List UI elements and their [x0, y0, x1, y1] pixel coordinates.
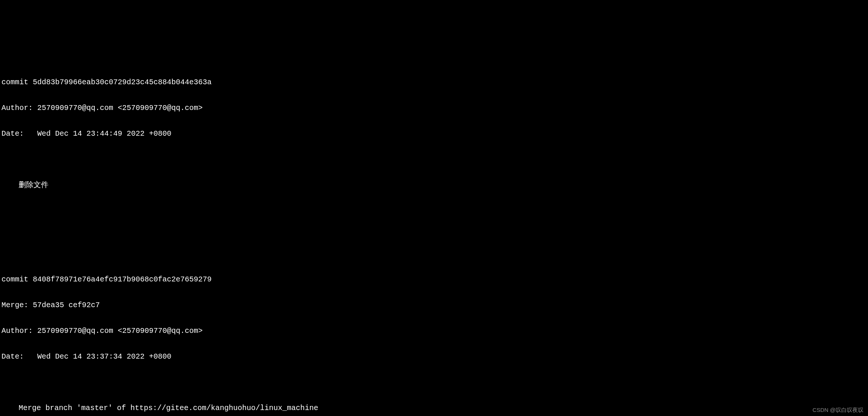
commit-author: Author: 2570909770@qq.com <2570909770@qq…: [1, 327, 867, 335]
commit-message: Merge branch 'master' of https://gitee.c…: [1, 404, 867, 412]
commit-hash: commit 8408f78971e76a4efc917b9068c0fac2e…: [1, 275, 867, 284]
commit-hash: commit 5dd83b79966eab30c0729d23c45c884b0…: [1, 78, 867, 86]
commit-date: Date: Wed Dec 14 23:44:49 2022 +0800: [1, 129, 867, 138]
blank-line: [1, 207, 867, 215]
commit-message: 删除文件: [1, 181, 867, 189]
commit-entry: commit 5dd83b79966eab30c0729d23c45c884b0…: [1, 61, 867, 232]
blank-line: [1, 378, 867, 387]
commit-entry: commit 8408f78971e76a4efc917b9068c0fac2e…: [1, 258, 867, 416]
commit-author: Author: 2570909770@qq.com <2570909770@qq…: [1, 104, 867, 112]
commit-merge: Merge: 57dea35 cef92c7: [1, 301, 867, 309]
commit-date: Date: Wed Dec 14 23:37:34 2022 +0800: [1, 352, 867, 361]
blank-line: [1, 155, 867, 164]
git-log-output: commit 5dd83b79966eab30c0729d23c45c884b0…: [1, 35, 867, 416]
watermark: CSDN @叹白叹夜叹: [812, 407, 864, 413]
